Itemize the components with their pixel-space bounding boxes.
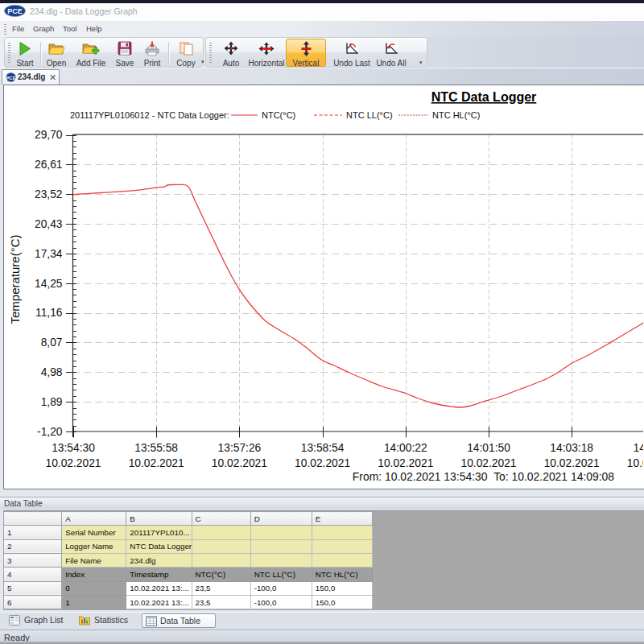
svg-text:17,34: 17,34 bbox=[35, 248, 63, 260]
svg-text:10.02.2021: 10.02.2021 bbox=[45, 457, 101, 469]
svg-text:NTC LL(°C): NTC LL(°C) bbox=[346, 110, 393, 120]
svg-text:23,52: 23,52 bbox=[35, 188, 63, 200]
svg-text:From: 10.02.2021 13:54:30 To:: From: 10.02.2021 13:54:30 To: 10.02.2021… bbox=[353, 470, 614, 483]
svg-text:14:01:50: 14:01:50 bbox=[467, 442, 510, 454]
svg-text:10.02.2021: 10.02.2021 bbox=[544, 457, 600, 469]
svg-text:14:03:18: 14:03:18 bbox=[550, 442, 593, 454]
svg-text:13:55:58: 13:55:58 bbox=[134, 442, 178, 454]
svg-text:10.02.2021: 10.02.2021 bbox=[460, 457, 516, 469]
svg-text:13:58:54: 13:58:54 bbox=[301, 442, 345, 454]
svg-text:4,98: 4,98 bbox=[41, 366, 63, 378]
svg-text:13:57:26: 13:57:26 bbox=[218, 442, 262, 454]
svg-text:14:04:46: 14:04:46 bbox=[634, 442, 643, 454]
svg-text:10.02.2021: 10.02.2021 bbox=[378, 457, 433, 469]
svg-text:NTC(°C): NTC(°C) bbox=[262, 110, 295, 120]
svg-text:10.02.2021: 10.02.2021 bbox=[212, 457, 267, 469]
svg-text:PCE: PCE bbox=[6, 76, 15, 80]
svg-text:NTC Data Logger: NTC Data Logger bbox=[431, 90, 537, 104]
svg-text:8,07: 8,07 bbox=[41, 336, 63, 349]
svg-text:10.02.2021: 10.02.2021 bbox=[295, 457, 350, 469]
svg-text:14:00:22: 14:00:22 bbox=[384, 442, 427, 454]
svg-text:PCE: PCE bbox=[7, 7, 23, 15]
svg-text:29,70: 29,70 bbox=[35, 129, 63, 141]
svg-text:NTC HL(°C): NTC HL(°C) bbox=[432, 110, 480, 120]
svg-text:13:54:30: 13:54:30 bbox=[52, 442, 95, 454]
svg-text:201117YPL0106012 - NTC Data Lo: 201117YPL0106012 - NTC Data Logger: bbox=[70, 110, 229, 120]
svg-text:26,61: 26,61 bbox=[35, 159, 63, 171]
svg-text:14,25: 14,25 bbox=[35, 278, 63, 290]
svg-text:1,89: 1,89 bbox=[41, 396, 63, 408]
svg-text:20,43: 20,43 bbox=[35, 218, 63, 230]
svg-text:-1,20: -1,20 bbox=[37, 426, 63, 438]
svg-text:11,16: 11,16 bbox=[35, 307, 63, 319]
svg-text:10.02.2021: 10.02.2021 bbox=[129, 457, 184, 469]
svg-text:Temperature(°C): Temperature(°C) bbox=[8, 234, 22, 324]
svg-text:10.02.2021: 10.02.2021 bbox=[627, 457, 643, 469]
